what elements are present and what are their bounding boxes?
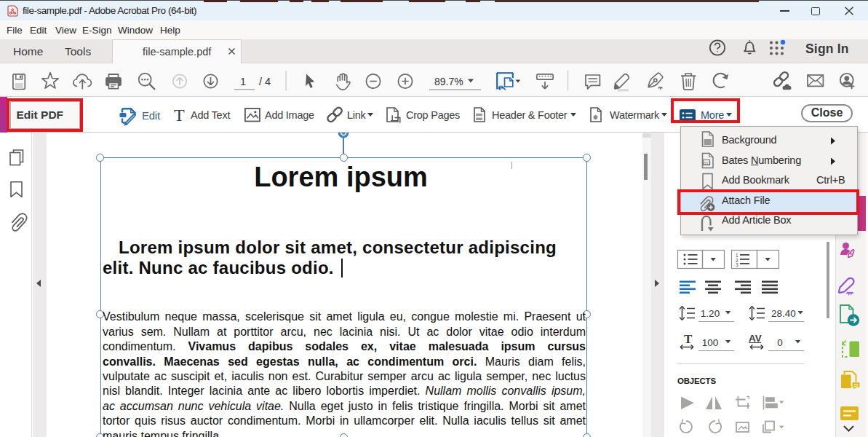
svg-text:AV: AV (749, 333, 762, 344)
svg-text:T: T (684, 332, 693, 346)
svg-text:89.7%: 89.7% (434, 76, 463, 87)
svg-text:3: 3 (736, 262, 738, 267)
svg-text:012: 012 (704, 161, 710, 165)
svg-text:T: T (174, 106, 185, 125)
svg-text:/ 4: / 4 (259, 76, 271, 87)
svg-text:1: 1 (240, 76, 246, 87)
